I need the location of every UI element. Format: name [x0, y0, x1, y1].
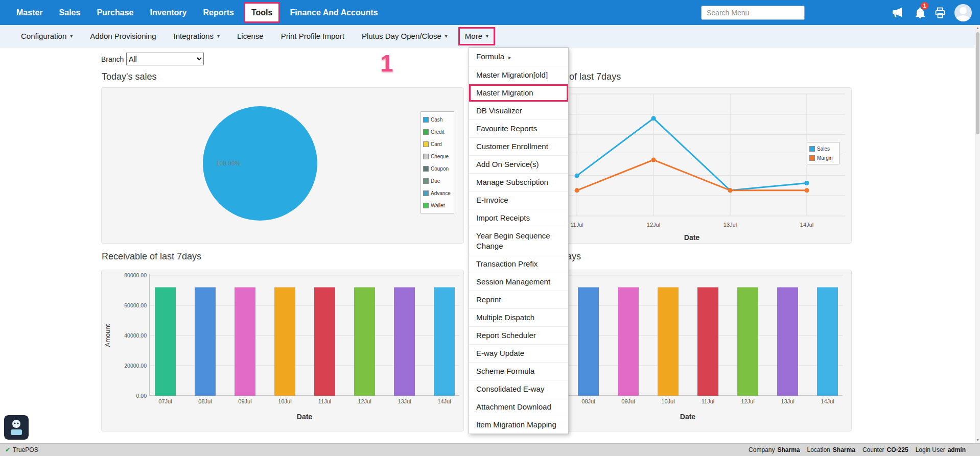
menubar-item-license[interactable]: License [228, 25, 272, 47]
svg-text:08Jul: 08Jul [581, 398, 595, 404]
more-menu-item-label: Add On Service(s) [476, 160, 539, 169]
more-menu-item-scheme-formula[interactable]: Scheme Formula [469, 363, 568, 380]
more-menu-item-label: Item Migration Mapping [476, 420, 556, 429]
more-menu-item-multiple-dispatch[interactable]: Multiple Dispatch [469, 309, 568, 327]
more-menu-item-reprint[interactable]: Reprint [469, 291, 568, 309]
legend-label: Cash [431, 117, 442, 123]
more-menu-item-customer-enrollment[interactable]: Customer Enrollment [469, 138, 568, 156]
menubar-item-plutus-day-open-close[interactable]: Plutus Day Open/Close▾ [353, 25, 456, 47]
more-menu-item-label: Master Migration[old] [476, 70, 548, 79]
printer-icon[interactable] [934, 7, 946, 19]
more-menu-item-label: Transaction Prefix [476, 259, 538, 268]
menubar-item-integrations[interactable]: Integrations▾ [165, 25, 228, 47]
svg-text:09Jul: 09Jul [238, 398, 251, 404]
menubar-item-more[interactable]: More▾ [458, 27, 495, 45]
more-menu-item-session-management[interactable]: Session Management [469, 273, 568, 291]
menubar-item-print-profile-import[interactable]: Print Profile Import [272, 25, 353, 47]
more-menu-item-attachment-download[interactable]: Attachment Download [469, 398, 568, 416]
scrollbar-up-arrow[interactable]: ▲ [975, 25, 980, 31]
more-menu-item-favourite-reports[interactable]: Favourite Reports [469, 120, 568, 138]
status-field-label: Login User [916, 446, 945, 453]
chart-title-receivable: Receivable of last 7days [102, 251, 201, 262]
notification-badge: 1 [921, 2, 928, 10]
more-menu-item-consolidated-e-way[interactable]: Consolidated E-way [469, 380, 568, 398]
more-menu-item-manage-subscription[interactable]: Manage Subscription [469, 174, 568, 191]
svg-text:11Jul: 11Jul [702, 398, 714, 404]
more-menu-item-db-visualizer[interactable]: DB Visualizer [469, 102, 568, 120]
more-menu-item-add-on-service-s[interactable]: Add On Service(s) [469, 156, 568, 174]
more-menu-item-report-scheduler[interactable]: Report Scheduler [469, 327, 568, 345]
nav-item-sales[interactable]: Sales [51, 0, 89, 25]
user-avatar[interactable] [954, 4, 972, 21]
more-menu-item-label: Master Migration [476, 88, 533, 97]
menubar-item-label: Print Profile Import [281, 32, 344, 40]
status-bar: ✔ TruePOS CompanySharmaLocationSharmaCou… [0, 443, 980, 456]
status-field-location: LocationSharma [807, 446, 855, 453]
more-menu-item-label: Scheme Formula [476, 367, 534, 375]
svg-text:Date: Date [684, 233, 700, 242]
more-menu-item-label: DB Visualizer [476, 106, 522, 115]
nav-item-reports[interactable]: Reports [195, 0, 242, 25]
legend-item-sales: Sales [809, 144, 837, 153]
more-menu-item-label: Formula [476, 52, 504, 61]
menu-search-input[interactable] [701, 6, 805, 20]
avatar-head [960, 7, 967, 14]
more-menu-item-label: Manage Subscription [476, 178, 548, 186]
more-menu-item-master-migration-old[interactable]: Master Migration[old] [469, 66, 568, 84]
more-menu-item-year-begin-sequence-change[interactable]: Year Begin Sequence Change [469, 227, 568, 255]
tools-submenu-bar: Configuration▾Addon ProvisioningIntegrat… [0, 25, 980, 47]
svg-text:100.00%: 100.00% [216, 160, 241, 167]
annotation-step-number: 1 [380, 50, 393, 77]
scrollbar-down-arrow[interactable]: ▼ [975, 437, 980, 443]
legend-item-coupon: Coupon [423, 162, 452, 175]
submenu-arrow-icon: ▸ [508, 54, 511, 60]
nav-item-master[interactable]: Master [8, 0, 51, 25]
branch-select[interactable]: All [126, 53, 204, 65]
legend-swatch-cheque [423, 154, 429, 159]
svg-text:60000.00: 60000.00 [124, 302, 147, 308]
more-menu-item-formula[interactable]: Formula▸ [469, 48, 568, 66]
nav-item-finance-and-accounts[interactable]: Finance And Accounts [282, 0, 386, 25]
chevron-down-icon: ▾ [486, 33, 488, 39]
svg-text:10Jul: 10Jul [661, 398, 674, 404]
more-menu-item-item-migration-mapping[interactable]: Item Migration Mapping [469, 416, 568, 434]
more-menu-item-label: Reprint [476, 295, 501, 304]
more-menu-item-label: Report Scheduler [476, 331, 536, 340]
svg-text:12Jul: 12Jul [647, 222, 660, 228]
more-menu-item-label: Customer Enrollment [476, 142, 548, 151]
more-menu-item-import-receipts[interactable]: Import Receipts [469, 209, 568, 227]
more-menu-item-master-migration[interactable]: Master Migration [469, 84, 568, 102]
menubar-item-addon-provisioning[interactable]: Addon Provisioning [81, 25, 165, 47]
more-menu-item-label: Multiple Dispatch [476, 313, 534, 322]
receivable-bar-chart: 80000.0060000.0040000.0020000.000.0007Ju… [102, 270, 468, 431]
svg-text:10Jul: 10Jul [278, 398, 291, 404]
legend-label: Cheque [431, 154, 449, 159]
status-field-value: Sharma [777, 446, 800, 453]
announcement-icon[interactable] [892, 7, 904, 19]
scrollbar-thumb[interactable] [976, 32, 979, 134]
nav-item-purchase[interactable]: Purchase [88, 0, 142, 25]
svg-text:Amount: Amount [104, 324, 111, 347]
more-menu-item-label: Attachment Download [476, 402, 551, 411]
svg-text:12Jul: 12Jul [358, 398, 371, 404]
legend-item-advance: Advance [423, 187, 452, 199]
more-menu-item-e-invoice[interactable]: E-Invoice [469, 191, 568, 209]
truepos-mascot-logo[interactable] [4, 415, 29, 440]
chevron-down-icon: ▾ [445, 33, 448, 39]
svg-text:13Jul: 13Jul [398, 398, 411, 404]
nav-item-inventory[interactable]: Inventory [142, 0, 195, 25]
nav-item-tools[interactable]: Tools [244, 2, 280, 23]
pie-legend: CashCreditCardChequeCouponDueAdvanceWall… [421, 111, 454, 213]
svg-text:14Jul: 14Jul [821, 398, 834, 404]
legend-swatch-credit [423, 129, 429, 135]
status-field-counter: CounterCO-225 [862, 446, 908, 453]
session-info: CompanySharmaLocationSharmaCounterCO-225… [749, 446, 966, 453]
menubar-item-label: Addon Provisioning [90, 32, 156, 40]
more-menu-item-e-way-update[interactable]: E-way Update [469, 345, 568, 363]
avatar-torso [956, 15, 970, 21]
more-menu-item-label: Session Management [476, 277, 550, 286]
receivable-chart-panel: 80000.0060000.0040000.0020000.000.0007Ju… [101, 270, 464, 431]
menubar-item-label: More [465, 32, 482, 40]
menubar-item-configuration[interactable]: Configuration▾ [12, 25, 81, 47]
more-menu-item-transaction-prefix[interactable]: Transaction Prefix [469, 255, 568, 273]
